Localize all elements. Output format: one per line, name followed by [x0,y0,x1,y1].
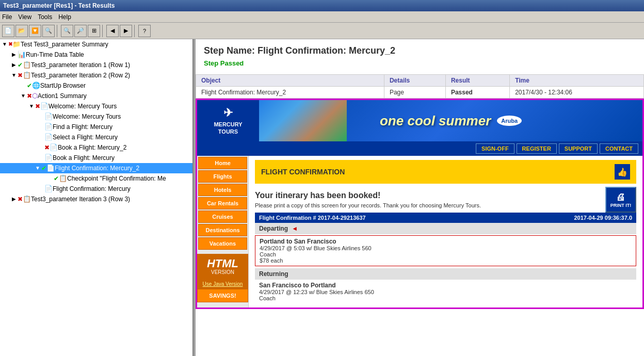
col-object: Object [196,75,384,87]
toggle-startup[interactable] [20,81,27,90]
toggle-book-flight[interactable] [37,153,44,163]
tree-item-book-flight[interactable]: 📄 Book a Flight: Mercury [0,153,192,163]
sidebar-car-rentals[interactable]: Car Rentals [198,197,247,209]
tree-item-startup[interactable]: ✔ 🌐 StartUp Browser [0,80,192,91]
mercury-nav: SIGN-OFF REGISTER SUPPORT CONTACT [197,141,642,156]
tree-item-checkpoint[interactable]: ✔ 📋 Checkpoint "Flight Confirmation: Me [0,173,192,184]
toggle-flight-confirm2[interactable] [37,184,44,193]
print-button[interactable]: 🖨 PRINT IT! [605,187,636,213]
tree-item-runtime[interactable]: ▶ 📊 Run-Time Data Table [0,50,192,60]
tree-item-welcome-child[interactable]: 📄 Welcome: Mercury Tours [0,111,192,122]
toggle-action1[interactable]: ▼ [20,91,27,101]
cell-details: Page [384,87,445,99]
flight-confirm-time: 2017-04-29 09:36:37.0 [574,215,632,221]
label-flight-confirm: Flight Confirmation: Mercury_2 [55,164,139,173]
tree-item-action1[interactable]: ▼ ✖ ⬡ Action1 Summary [0,91,192,101]
nav-contact[interactable]: CONTACT [600,143,638,154]
toggle-welcome-child[interactable] [37,112,44,121]
toggle-iter1[interactable]: ▶ [10,60,18,70]
label-select-flight: Select a Flight: Mercury [53,133,118,142]
test-icon-iter2: 📋 [23,71,31,80]
step-icon-find: 📄 [44,122,53,132]
returning-row: Returning [255,268,636,280]
departing-label: Departing [259,225,288,232]
tree-item-select-flight[interactable]: 📄 Select a Flight: Mercury [0,132,192,142]
tree-item-flight-confirm[interactable]: ▼ ✔ 📄 Flight Confirmation: Mercury_2 [0,163,192,173]
mercury-content: Home Flights Hotels Car Rentals Cruises … [197,156,642,308]
label-checkpoint: Checkpoint "Flight Confirmation: Me [67,174,166,183]
sf-flight-box: San Francisco to Portland 4/29/2017 @ 12… [255,280,636,303]
fail-icon-iter2: ✖ [18,71,23,80]
fail-icon-welcome: ✖ [35,102,40,111]
title-bar: Test3_parameter [Res1] - Test Results [0,0,644,11]
sidebar-home[interactable]: Home [198,157,247,169]
toolbar-help[interactable]: ? [138,25,151,37]
step-header: Step Name: Flight Confirmation: Mercury_… [196,39,644,74]
toolbar-zoom-in[interactable]: 🔍 [61,25,73,37]
menu-tools[interactable]: Tools [38,13,52,21]
toggle-root[interactable]: ▼ [1,40,8,49]
menu-file[interactable]: File [2,13,12,21]
java-version-link[interactable]: Use Java Version [197,279,248,289]
tree-item-iter3[interactable]: ▶ ✖ 📋 Test3_parameter Iteration 3 (Row 3… [0,194,192,204]
cell-time: 2017/4/30 - 12:34:06 [510,87,644,99]
step-icon-select: 📄 [44,133,53,142]
toggle-book-flight2[interactable] [37,143,44,152]
toolbar-search[interactable]: 🔍 [42,25,55,37]
sidebar-cruises[interactable]: Cruises [198,211,247,223]
toggle-select-flight[interactable] [37,133,44,142]
cell-object: Flight Confirmation: Mercury_2 [196,87,384,99]
tree-item-iter2[interactable]: ▼ ✖ 📋 Test3_parameter Iteration 2 (Row 2… [0,70,192,80]
portland-detail3: $78 each [260,257,632,264]
departing-row: Departing ◄ [255,223,636,234]
nav-signoff[interactable]: SIGN-OFF [476,143,514,154]
toolbar-new[interactable]: 📄 [2,25,14,37]
cell-result: Passed [445,87,509,99]
html-version-area: HTML VERSION [197,254,248,279]
toggle-checkpoint[interactable] [46,174,54,183]
tree-item-iter1[interactable]: ▶ ✔ 📋 Test3_parameter Iteration 1 (Row 1… [0,60,192,70]
toggle-iter2[interactable]: ▼ [10,71,18,80]
sidebar-hotels[interactable]: Hotels [198,184,247,196]
tree-item-root[interactable]: ▼ ✖ 📁 Test Test3_parameter Summary [0,39,192,50]
label-action1: Action1 Summary [38,91,87,101]
flight-info-bar: Flight Confirmation # 2017-04-29213637 2… [255,213,636,223]
savings-button[interactable]: SAVINGS! [197,289,248,302]
toolbar-open[interactable]: 📂 [15,25,28,37]
label-startup: StartUp Browser [40,81,86,90]
toolbar-forward[interactable]: ▶ [120,25,132,37]
step-icon-flight-confirm: 📄 [46,164,55,173]
toolbar-zoom-fit[interactable]: ⊞ [88,25,100,37]
nav-register[interactable]: REGISTER [517,143,557,154]
toggle-flight-confirm[interactable]: ▼ [34,164,41,173]
right-panel: Step Name: Flight Confirmation: Mercury_… [196,39,644,356]
portland-route: Portland to San Francisco [260,238,632,245]
toolbar-zoom-out[interactable]: 🔎 [74,25,87,37]
toolbar-back[interactable]: ◀ [106,25,119,37]
portland-flight-box: Portland to San Francisco 4/29/2017 @ 5:… [255,235,636,266]
sidebar-vacations[interactable]: Vacations [198,237,247,250]
pass-icon-startup: ✔ [27,81,32,90]
mercury-sidebar: Home Flights Hotels Car Rentals Cruises … [197,156,249,308]
mercury-header: ✈ MERCURY TOURS one cool summer Aruba [197,100,642,141]
tree-item-flight-confirm2[interactable]: 📄 Flight Confirmation: Mercury [0,184,192,194]
menu-view[interactable]: View [18,13,31,21]
flight-confirm-num: Flight Confirmation # 2017-04-29213637 [259,215,366,221]
toolbar-filter[interactable]: 🔽 [29,25,41,37]
sidebar-destinations[interactable]: Destinations [198,224,247,236]
toggle-runtime[interactable]: ▶ [10,50,18,59]
tree-item-find-flight[interactable]: 📄 Find a Flight: Mercury [0,122,192,132]
toolbar-sep2 [102,25,104,37]
toggle-iter3[interactable]: ▶ [10,195,18,204]
printer-icon: 🖨 [616,192,625,203]
menu-help[interactable]: Help [58,13,71,21]
toggle-welcome-parent[interactable]: ▼ [28,102,35,111]
sf-detail1: 4/29/2017 @ 12:23 w/ Blue Skies Airlines… [259,289,632,295]
itinerary-note: Please print a copy of this screen for y… [255,202,605,208]
nav-support[interactable]: SUPPORT [559,143,598,154]
tree-item-book-flight2[interactable]: ✖ 📄 Book a Flight: Mercury_2 [0,142,192,153]
tree-item-welcome-parent[interactable]: ▼ ✖ 📄 Welcome: Mercury Tours [0,101,192,111]
sidebar-flights[interactable]: Flights [198,170,247,183]
mercury-main: FLIGHT CONFIRMATION 👍 Your itinerary has… [249,156,642,308]
toggle-find-flight[interactable] [37,122,44,132]
